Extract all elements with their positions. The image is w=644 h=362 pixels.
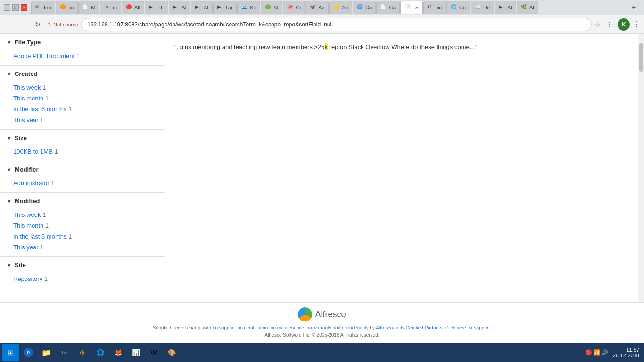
footer-link-alfresco[interactable]: Alfresco <box>376 325 393 330</box>
taskbar-ie[interactable]: e <box>20 344 37 361</box>
faceted-search-sidebar: ▼File TypeAdobe PDF Document1▼CreatedThi… <box>0 34 165 302</box>
facet-header-created[interactable]: ▼Created <box>0 66 165 82</box>
footer-link-warranty[interactable]: no warranty <box>307 325 331 330</box>
facet-header-size[interactable]: ▼Size <box>0 130 165 146</box>
bookmark-button[interactable]: ☆ <box>594 21 601 28</box>
browser-tab-t14[interactable]: 🟡Ac <box>329 1 352 14</box>
browser-tab-t8[interactable]: ▶Al <box>191 1 213 14</box>
facet-link[interactable]: 100KB to 1MB <box>13 148 53 155</box>
browser-tab-t15[interactable]: 🌀Cc <box>353 1 376 14</box>
reload-button[interactable]: ↻ <box>32 19 43 30</box>
tab-icon: 🌐 <box>451 4 457 11</box>
taskbar-chrome[interactable]: 🌐 <box>91 344 108 361</box>
tab-label: All <box>134 5 140 10</box>
browser-tab-t2[interactable]: 🟠cc <box>56 1 78 14</box>
taskbar-explorer[interactable]: 📁 <box>38 344 55 361</box>
facet-header-modified[interactable]: ▼Modified <box>0 193 165 209</box>
facet-item: This year1 <box>13 115 158 125</box>
facet-link[interactable]: Administrator <box>13 180 50 187</box>
facet-header-modifier[interactable]: ▼Modifier <box>0 161 165 178</box>
facet-item: Repository1 <box>13 273 158 284</box>
taskbar-clock: 11:57 26-12-2018 <box>610 347 642 358</box>
chrome-menu-button[interactable]: ⋮ <box>633 20 640 29</box>
taskbar-paint[interactable]: 🎨 <box>163 344 180 361</box>
facet-link[interactable]: This month <box>13 95 43 102</box>
url-bar[interactable]: 192.168.1.197:8082/share/page/dp/ws/face… <box>81 18 592 31</box>
facet-link[interactable]: In the last 6 months <box>13 106 66 113</box>
tab-close[interactable]: ✕ <box>415 5 419 10</box>
minimize-button[interactable]: ─ <box>4 4 10 11</box>
browser-tab-t3[interactable]: 📄M <box>78 1 99 14</box>
address-bar: ← → ↻ ⚠ Not secure 192.168.1.197:8082/sh… <box>0 15 644 34</box>
facet-link[interactable]: In the last 6 months <box>13 233 66 240</box>
taskbar-word[interactable]: W <box>145 344 162 361</box>
close-button[interactable]: ✕ <box>21 4 27 11</box>
window-controls: ─ □ ✕ <box>4 4 27 11</box>
windows-taskbar: ⊞ e 📁 Le ⚙ 🌐 🦊 📊 W 🎨 🔴 <box>0 343 644 362</box>
footer-link-partners[interactable]: Certified Partners <box>406 325 443 330</box>
browser-tab-t9[interactable]: ▶Up <box>213 1 237 14</box>
footer-link-support-click[interactable]: Click here for support <box>445 325 490 330</box>
footer-link-maintenance[interactable]: no maintenance <box>271 325 304 330</box>
browser-tab-t22[interactable]: 🌿Al <box>517 1 538 14</box>
facet-items-site: Repository1 <box>0 273 165 288</box>
tab-label: Ac <box>342 5 348 10</box>
back-button[interactable]: ← <box>4 19 15 30</box>
scrollbar-track[interactable] <box>638 34 644 302</box>
forward-button[interactable]: → <box>18 19 29 30</box>
browser-tab-t20[interactable]: 📖Re <box>471 1 494 14</box>
facet-header-site[interactable]: ▼Site <box>0 257 165 273</box>
facet-toggle-site: ▼ <box>7 263 12 268</box>
facet-link[interactable]: This year <box>13 244 38 251</box>
profile-button[interactable]: K <box>618 18 630 31</box>
explorer-icon: 📁 <box>41 348 51 357</box>
alfresco-logo-icon <box>298 307 312 321</box>
footer-link-support[interactable]: no support <box>213 325 235 330</box>
facet-link[interactable]: This week <box>13 211 41 218</box>
browser-tab-t13[interactable]: 🦋Ac <box>305 1 329 14</box>
facet-link[interactable]: Adobe PDF Document <box>13 52 74 59</box>
clock-date: 26-12-2018 <box>613 353 639 358</box>
footer-link-indemnity[interactable]: no indemnity <box>342 325 369 330</box>
facet-count: 1 <box>44 276 48 282</box>
facet-section-size: ▼Size100KB to 1MB1 <box>0 130 165 161</box>
browser-tab-t16[interactable]: 📄Ca <box>376 1 400 14</box>
facet-item: This month1 <box>13 93 158 104</box>
facet-link[interactable]: This year <box>13 116 38 123</box>
browser-frame: ─ □ ✕ ✉Inb🟠cc📄Minin🔴All▶TE▶Al▶Al▶Up🌊Se🟢A… <box>0 0 644 362</box>
browser-tab-t1[interactable]: ✉Inb <box>31 1 55 14</box>
facet-header-file-type[interactable]: ▼File Type <box>0 34 165 50</box>
facet-section-modified: ▼ModifiedThis week1This month1In the las… <box>0 193 165 257</box>
browser-tab-t4[interactable]: inin <box>100 1 121 14</box>
taskbar-settings[interactable]: ⚙ <box>74 344 91 361</box>
facet-item: This month1 <box>13 220 158 231</box>
browser-tab-t19[interactable]: 🌐Cu <box>446 1 470 14</box>
facet-link[interactable]: Repository <box>13 275 42 282</box>
settings-button[interactable]: ⋮ <box>603 19 615 30</box>
browser-tab-t7[interactable]: ▶Al <box>169 1 190 14</box>
facet-link[interactable]: This month <box>13 222 43 229</box>
browser-tab-t10[interactable]: 🌊Se <box>237 1 260 14</box>
new-tab-button[interactable]: + <box>627 1 640 14</box>
browser-tab-t6[interactable]: ▶TE <box>145 1 168 14</box>
browser-tab-t5[interactable]: 🔴All <box>122 1 144 14</box>
browser-tab-t11[interactable]: 🟢Al <box>261 1 282 14</box>
taskbar-app1[interactable]: 📊 <box>127 344 144 361</box>
facet-count: 1 <box>51 180 55 187</box>
tab-label: Ac <box>318 5 324 10</box>
tab-label: TE <box>157 5 164 10</box>
scrollbar-thumb[interactable] <box>639 43 643 72</box>
browser-tab-t18[interactable]: Ghc <box>423 1 446 14</box>
taskbar-firefox[interactable]: 🦊 <box>109 344 126 361</box>
browser-tab-t12[interactable]: 🐙Gi <box>283 1 305 14</box>
facet-label-site: Site <box>15 262 26 269</box>
start-button[interactable]: ⊞ <box>2 344 19 361</box>
browser-tab-t17[interactable]: 📄✕ <box>400 1 423 14</box>
facet-link[interactable]: This week <box>13 84 41 91</box>
browser-tab-t21[interactable]: ▶Al <box>495 1 516 14</box>
warning-icon: ⚠ <box>46 21 52 28</box>
tab-label: Re <box>483 5 490 10</box>
maximize-button[interactable]: □ <box>12 4 19 11</box>
taskbar-lenovo[interactable]: Le <box>56 344 73 361</box>
footer-link-certification[interactable]: no certification <box>238 325 268 330</box>
